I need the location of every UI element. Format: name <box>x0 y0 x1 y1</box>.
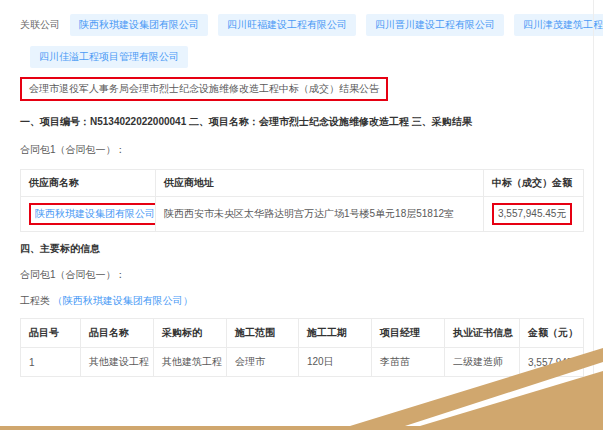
award-amount-header: 中标（成交）金额 <box>484 170 584 197</box>
item-no-cell: 1 <box>21 348 81 377</box>
supplier-address-cell: 陕西西安市未央区太华路达明宫万达广场1号楼5单元18层51812室 <box>156 197 484 232</box>
project-manager-header: 项目经理 <box>372 319 445 348</box>
construction-period-header: 施工工期 <box>299 319 372 348</box>
award-amount-cell: 3,557,945.45元 <box>484 197 584 232</box>
section4-title: 四、主要标的信息 <box>20 242 583 256</box>
supplier-name-header: 供应商名称 <box>21 170 156 197</box>
project-manager-cell: 李苗苗 <box>372 348 445 377</box>
item-name-header: 品目名称 <box>81 319 154 348</box>
supplier-table-header-row: 供应商名称 供应商地址 中标（成交）金额 <box>21 170 584 197</box>
related-company-tag[interactable]: 四川晋川建设工程有限公司 <box>366 14 504 36</box>
amount-header: 金额（元） <box>520 319 584 348</box>
category-line: 工程类 （陕西秋琪建设集团有限公司） <box>20 294 583 308</box>
supplier-name-cell: 陕西秋琪建设集团有限公司 <box>21 197 156 232</box>
related-company-tag[interactable]: 四川旺福建设工程有限公司 <box>218 14 356 36</box>
related-companies-label: 关联公司 <box>20 14 60 36</box>
construction-scope-cell: 会理市 <box>227 348 299 377</box>
announcement-page: 关联公司 陕西秋琪建设集团有限公司 四川旺福建设工程有限公司 四川晋川建设工程有… <box>0 0 603 377</box>
related-company-tag[interactable]: 陕西秋琪建设集团有限公司 <box>70 14 208 36</box>
items-table-row: 1 其他建设工程 其他建筑工程 会理市 120日 李苗苗 二级建造师 3,557… <box>21 348 584 377</box>
bid-items-table: 品目号 品目名称 采购标的 施工范围 施工工期 项目经理 执业证书信息 金额（元… <box>20 318 584 377</box>
contract-package-label: 合同包1（合同包一）： <box>20 143 583 157</box>
procurement-target-cell: 其他建筑工程 <box>154 348 227 377</box>
certificate-cell: 二级建造师 <box>445 348 520 377</box>
certificate-header: 执业证书信息 <box>445 319 520 348</box>
procurement-target-header: 采购标的 <box>154 319 227 348</box>
construction-period-cell: 120日 <box>299 348 372 377</box>
project-info-line: 一、项目编号：N5134022022000041 二、项目名称：会理市烈士纪念设… <box>20 115 583 129</box>
item-name-cell: 其他建设工程 <box>81 348 154 377</box>
construction-scope-header: 施工范围 <box>227 319 299 348</box>
amount-cell: 3,557,945.45 <box>520 348 584 377</box>
item-no-header: 品目号 <box>21 319 81 348</box>
supplier-address-header: 供应商地址 <box>156 170 484 197</box>
category-prefix: 工程类 <box>20 295 50 306</box>
category-company-link[interactable]: （陕西秋琪建设集团有限公司） <box>53 295 193 306</box>
award-amount-value: 3,557,945.45元 <box>492 203 572 225</box>
related-company-tag[interactable]: 四川佳溢工程项目管理有限公司 <box>30 46 188 68</box>
contract-package-label-2: 合同包1（合同包一）： <box>20 268 583 282</box>
announcement-title-box: 会理市退役军人事务局会理市烈士纪念设施维修改造工程中标（成交）结果公告 <box>20 77 388 101</box>
related-companies-row-2: 四川佳溢工程项目管理有限公司 <box>20 46 583 68</box>
page-right-border <box>593 0 594 430</box>
supplier-result-table: 供应商名称 供应商地址 中标（成交）金额 陕西秋琪建设集团有限公司 陕西西安市未… <box>20 169 584 232</box>
supplier-table-row: 陕西秋琪建设集团有限公司 陕西西安市未央区太华路达明宫万达广场1号楼5单元18层… <box>21 197 584 232</box>
related-company-tag[interactable]: 四川津茂建筑工程有限公司 <box>514 14 603 36</box>
items-table-header-row: 品目号 品目名称 采购标的 施工范围 施工工期 项目经理 执业证书信息 金额（元… <box>21 319 584 348</box>
related-companies-row: 关联公司 陕西秋琪建设集团有限公司 四川旺福建设工程有限公司 四川晋川建设工程有… <box>20 14 583 36</box>
announcement-title-link[interactable]: 会理市退役军人事务局会理市烈士纪念设施维修改造工程中标（成交）结果公告 <box>29 83 379 94</box>
supplier-name-link[interactable]: 陕西秋琪建设集团有限公司 <box>29 203 156 225</box>
